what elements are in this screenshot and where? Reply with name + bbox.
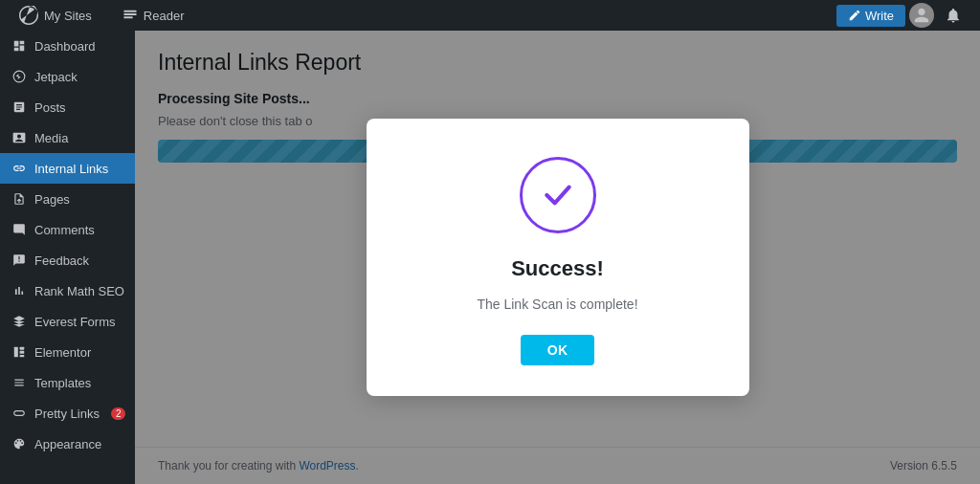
dialog-title: Success! (511, 256, 604, 281)
sidebar-item-dashboard[interactable]: Dashboard (0, 31, 135, 61)
success-icon-circle (520, 157, 596, 233)
success-dialog: Success! The Link Scan is complete! OK (367, 119, 749, 396)
modal-overlay: Success! The Link Scan is complete! OK (135, 31, 980, 484)
my-sites-label: My Sites (44, 9, 92, 23)
checkmark-icon (539, 176, 577, 214)
reader-icon (122, 8, 138, 23)
sidebar-item-label: Dashboard (34, 39, 96, 54)
sidebar-item-label: Templates (34, 376, 91, 390)
svg-rect-2 (123, 16, 132, 18)
pages-icon (11, 191, 27, 207)
sidebar-item-pretty-links[interactable]: Pretty Links 2 (0, 398, 135, 429)
sidebar-item-pages[interactable]: Pages (0, 184, 135, 214)
appearance-icon (11, 436, 27, 451)
pencil-icon (848, 9, 861, 22)
media-icon (11, 130, 27, 145)
my-sites-button[interactable]: My Sites (11, 0, 100, 31)
sidebar-item-rank-math-seo[interactable]: Rank Math SEO (0, 275, 135, 306)
svg-rect-7 (20, 355, 25, 357)
posts-icon (11, 99, 27, 115)
elementor-icon (11, 344, 27, 360)
comments-icon (11, 222, 27, 237)
sidebar-item-label: Internal Links (34, 162, 108, 176)
pretty-links-badge: 2 (111, 407, 126, 420)
sidebar-item-label: Feedback (34, 253, 89, 268)
sidebar-item-comments[interactable]: Comments (0, 214, 135, 245)
sidebar-item-label: Pretty Links (34, 407, 100, 421)
sidebar-item-jetpack[interactable]: Jetpack (0, 61, 135, 92)
sidebar-item-elementor[interactable]: Elementor (0, 337, 135, 367)
links-icon (11, 161, 27, 176)
sidebar-item-posts[interactable]: Posts (0, 92, 135, 122)
sidebar-item-templates[interactable]: Templates (0, 367, 135, 398)
svg-rect-6 (20, 351, 25, 354)
sidebar-item-label: Media (34, 131, 68, 145)
notifications-button[interactable] (938, 0, 969, 31)
dashboard-icon (11, 38, 27, 54)
user-avatar[interactable] (909, 3, 934, 28)
sidebar-item-label: Elementor (34, 345, 91, 360)
svg-rect-4 (14, 347, 18, 358)
pretty-links-icon (11, 406, 27, 421)
write-label: Write (865, 9, 894, 23)
dialog-ok-button[interactable]: OK (521, 335, 595, 365)
sidebar-item-label: Rank Math SEO (34, 284, 124, 298)
admin-bar: My Sites Reader Write (0, 0, 980, 31)
templates-icon (11, 375, 27, 390)
jetpack-icon (11, 69, 27, 84)
main-content: Internal Links Report Processing Site Po… (135, 31, 980, 484)
svg-rect-5 (20, 347, 25, 350)
svg-rect-0 (123, 11, 136, 12)
dialog-message: The Link Scan is complete! (477, 297, 637, 312)
everest-icon (11, 314, 27, 329)
feedback-icon (11, 253, 27, 268)
reader-label: Reader (144, 9, 185, 23)
user-icon (913, 7, 930, 24)
sidebar-item-label: Pages (34, 192, 70, 207)
bell-icon (945, 7, 962, 24)
sidebar-item-media[interactable]: Media (0, 122, 135, 153)
sidebar-item-appearance[interactable]: Appearance (0, 429, 135, 459)
sidebar-item-label: Appearance (34, 437, 101, 451)
write-button[interactable]: Write (836, 5, 905, 27)
sidebar-item-label: Everest Forms (34, 315, 116, 329)
sidebar-item-label: Comments (34, 223, 95, 237)
reader-button[interactable]: Reader (115, 0, 192, 31)
wordpress-logo-icon (19, 6, 38, 25)
rank-math-icon (11, 283, 27, 298)
sidebar-item-label: Posts (34, 100, 66, 115)
svg-rect-1 (123, 13, 136, 15)
sidebar-item-label: Jetpack (34, 70, 78, 84)
sidebar: Dashboard Jetpack Posts Media Internal L… (0, 31, 135, 484)
sidebar-item-internal-links[interactable]: Internal Links (0, 153, 135, 184)
sidebar-item-everest-forms[interactable]: Everest Forms (0, 306, 135, 337)
sidebar-item-feedback[interactable]: Feedback (0, 245, 135, 275)
